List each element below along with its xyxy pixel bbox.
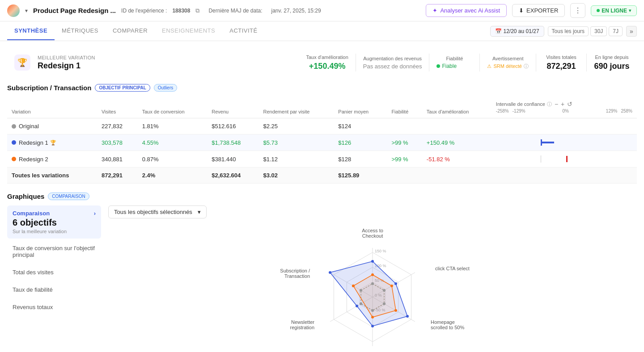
chart-nav-revenus[interactable]: Revenus totaux bbox=[7, 299, 101, 315]
svg-text:150 %: 150 % bbox=[375, 249, 386, 253]
fiable-dot-icon bbox=[436, 64, 440, 68]
results-table: Variation Visites Taux de conversion Rev… bbox=[7, 97, 637, 184]
objectives-dropdown-label: Tous les objectifs sélectionnés bbox=[114, 209, 192, 215]
date-filter[interactable]: 📅 12/20 au 01/27 bbox=[490, 26, 544, 37]
tab-comparer[interactable]: COMPARER bbox=[106, 22, 155, 40]
cell-rendement-redesign2: $1.12 bbox=[258, 151, 334, 168]
charts-main: Tous les objectifs sélectionnés ▾ Access… bbox=[108, 205, 637, 352]
filter-7j[interactable]: 7J bbox=[609, 26, 623, 36]
star-icon: ✦ bbox=[432, 7, 437, 14]
svg-point-29 bbox=[394, 282, 397, 285]
info-icon[interactable]: ⓘ bbox=[524, 63, 529, 70]
tab-activite[interactable]: ACTIVITÉ bbox=[222, 22, 265, 40]
radar-svg: Access to Checkout click CTA select Home… bbox=[261, 230, 484, 352]
cell-ci-original bbox=[491, 118, 637, 134]
svg-text:Newsletter: Newsletter bbox=[291, 319, 314, 325]
status-badge[interactable]: EN LIGNE ▾ bbox=[591, 5, 637, 16]
tab-metriques[interactable]: MÉTRIQUES bbox=[55, 22, 106, 40]
cell-fiabilite-total bbox=[387, 168, 422, 184]
cell-visites-total: 872,291 bbox=[97, 168, 138, 184]
svg-point-33 bbox=[329, 271, 331, 274]
cell-variation-redesign2: Redesign 2 bbox=[7, 151, 97, 168]
collapse-button[interactable]: » bbox=[626, 26, 637, 37]
objectives-dropdown[interactable]: Tous les objectifs sélectionnés ▾ bbox=[108, 205, 207, 218]
last-update-value: janv. 27, 2025, 15:29 bbox=[271, 8, 321, 14]
cell-panier-redesign2: $128 bbox=[334, 151, 387, 168]
svg-point-41 bbox=[390, 285, 393, 287]
divider5 bbox=[586, 54, 587, 71]
cell-ci-redesign2 bbox=[491, 151, 637, 168]
chart-nav-comparaison-sub: Sur la meilleure variation bbox=[13, 229, 96, 234]
col-revenu: Revenu bbox=[207, 97, 258, 118]
metric-avertissement: Avertissement ⚠ SRM détecté ⓘ bbox=[487, 56, 529, 70]
chevron-down-icon: ▾ bbox=[198, 209, 201, 215]
svg-point-28 bbox=[371, 260, 374, 263]
cell-rendement-redesign1: $5.73 bbox=[258, 134, 334, 151]
ci-minus-btn[interactable]: − bbox=[554, 101, 559, 108]
ci-reset-btn[interactable]: ↺ bbox=[566, 101, 573, 108]
tab-synthese[interactable]: SYNTHÈSE bbox=[7, 22, 55, 40]
avertissement-text: SRM détecté bbox=[493, 63, 522, 69]
ai-assist-button[interactable]: ✦ Analyser avec Ai Assist bbox=[426, 4, 507, 17]
tab-enseignements[interactable]: ENSEIGNEMENTS bbox=[155, 22, 222, 40]
cell-fiabilite-original bbox=[387, 118, 422, 134]
ci-plus-btn[interactable]: + bbox=[560, 101, 565, 108]
filter-30j[interactable]: 30J bbox=[590, 26, 607, 36]
metric-fiabilite: Fiabilité Fiable bbox=[436, 56, 472, 69]
table-row-total: Toutes les variations 872,291 2.4% $2,63… bbox=[7, 168, 637, 184]
fiabilite-label: Fiabilité bbox=[436, 56, 472, 61]
ci-scale-2: -129% bbox=[513, 109, 525, 113]
table-section-title: Subscription / Transaction bbox=[7, 84, 91, 92]
variation-name-original: Original bbox=[19, 123, 39, 130]
metric-revenus: Augmentation des revenus Pas assez de do… bbox=[363, 56, 422, 70]
dropdown-icon[interactable]: ▾ bbox=[25, 8, 28, 14]
badge-outliers[interactable]: Outliers bbox=[154, 84, 177, 92]
export-button[interactable]: ⬇ EXPORTER bbox=[512, 4, 565, 17]
chart-nav-taux-conv[interactable]: Taux de conversion sur l'objectif princi… bbox=[7, 240, 101, 263]
col-visites: Visites bbox=[97, 97, 138, 118]
divider3 bbox=[479, 54, 480, 71]
cell-ci-redesign1 bbox=[491, 134, 637, 151]
table-header-row: Variation Visites Taux de conversion Rev… bbox=[7, 97, 637, 118]
chart-nav-fiabilite[interactable]: Taux de fiabilité bbox=[7, 282, 101, 298]
cell-panier-redesign1: $126 bbox=[334, 134, 387, 151]
taux-amelioration-value: +150.49% bbox=[306, 62, 348, 71]
experiment-id-value: 188308 bbox=[172, 8, 190, 14]
more-options-button[interactable]: ⋮ bbox=[570, 3, 585, 18]
cell-panier-original: $124 bbox=[334, 118, 387, 134]
best-variation-label: Meilleure variation bbox=[38, 55, 95, 60]
cell-rendement-total: $3.02 bbox=[258, 168, 334, 184]
table-row: Redesign 2 340,881 0.87% $381.440 $1.12 … bbox=[7, 151, 637, 168]
col-panier: Panier moyen bbox=[334, 97, 387, 118]
enligne-value: 690 jours bbox=[594, 62, 630, 71]
period-filters: Tous les jours 30J 7J bbox=[548, 26, 623, 36]
chart-nav-taux-conv-label: Taux de conversion sur l'objectif princi… bbox=[13, 245, 96, 258]
svg-point-32 bbox=[356, 305, 358, 307]
calendar-icon: 📅 bbox=[495, 28, 502, 34]
fiabilite-value: Fiable bbox=[436, 63, 472, 69]
cell-panier-total: $125.89 bbox=[334, 168, 387, 184]
cell-taux-original: 1.81% bbox=[138, 118, 207, 134]
ci-scale-1: -258% bbox=[496, 109, 509, 113]
filter-tous-jours[interactable]: Tous les jours bbox=[548, 26, 589, 36]
table-row: Original 227,832 1.81% $512.616 $2.25 $1… bbox=[7, 118, 637, 134]
taux-amelioration-label: Taux d'amélioration bbox=[306, 54, 348, 60]
ci-scale: -258% -129% 0% 129% 258% bbox=[496, 108, 632, 114]
tab-bar: SYNTHÈSE MÉTRIQUES COMPARER ENSEIGNEMENT… bbox=[0, 21, 644, 41]
col-ci: Intervalle de confiance ⓘ − + ↺ -258% -1… bbox=[491, 97, 637, 118]
metric-visites: Visites totales 872,291 bbox=[543, 54, 579, 71]
copy-icon[interactable]: ⧉ bbox=[195, 7, 199, 14]
avertissement-value: ⚠ SRM détecté ⓘ bbox=[487, 63, 529, 70]
dot-redesign1 bbox=[12, 140, 16, 145]
cell-visites-redesign1: 303,578 bbox=[97, 134, 138, 151]
ci-info-icon[interactable]: ⓘ bbox=[547, 101, 552, 108]
experiment-id-label: ID de l'expérience : bbox=[121, 8, 167, 14]
chart-nav-comparaison-label: Comparaison › bbox=[13, 210, 96, 217]
chart-nav-comparaison[interactable]: Comparaison › 6 objectifs Sur la meilleu… bbox=[7, 205, 101, 239]
dot-original bbox=[12, 124, 16, 129]
ci-scale-4: 129% bbox=[606, 109, 618, 113]
avertissement-label: Avertissement bbox=[487, 56, 529, 61]
best-variation-info: Meilleure variation Redesign 1 bbox=[38, 55, 95, 71]
best-variation-banner: 🏆 Meilleure variation Redesign 1 Taux d'… bbox=[7, 48, 637, 77]
chart-nav-total-visites[interactable]: Total des visites bbox=[7, 264, 101, 280]
